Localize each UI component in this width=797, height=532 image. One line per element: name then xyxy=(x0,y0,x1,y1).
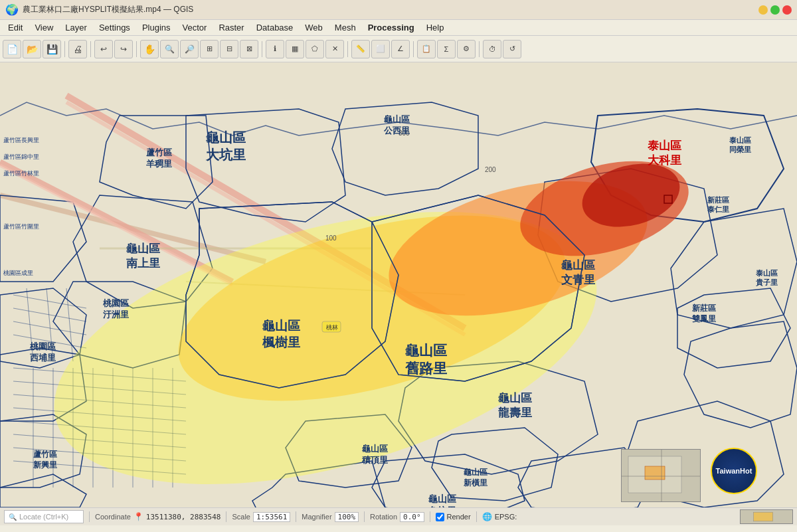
menu-database[interactable]: Database xyxy=(251,21,299,34)
close-button[interactable] xyxy=(782,5,792,15)
window-title: 農工業林口二廠HYSPLIT模擬結果.mp4 — QGIS xyxy=(23,4,193,15)
statusbar: 🔍 Locate (Ctrl+K) Coordinate 📍 13511380,… xyxy=(0,507,797,525)
coordinate-value: 13511380, 2883548 xyxy=(146,513,221,521)
zoom-full-button[interactable]: ⊞ xyxy=(200,40,219,58)
timer-button[interactable]: ⏱ xyxy=(483,40,501,58)
map-svg: 300 200 100 桃林 蘆竹區長興里 蘆竹區錦中里 蘆竹區竹林里 蘆竹區竹… xyxy=(0,62,797,507)
toolbar-separator-1 xyxy=(64,41,65,57)
magnifier-display: Magnifier 100% xyxy=(302,512,359,522)
scale-display: Scale 1:53561 xyxy=(232,512,290,522)
toolbar-separator-7 xyxy=(479,41,480,57)
app-icon: 🌍 xyxy=(5,3,19,16)
svg-text:100: 100 xyxy=(325,234,337,242)
zoom-selection-button[interactable]: ⊠ xyxy=(240,40,258,58)
render-input[interactable] xyxy=(436,513,444,521)
toolbar-separator-2 xyxy=(90,41,91,57)
maximize-button[interactable] xyxy=(770,5,780,15)
status-sep-1 xyxy=(89,511,90,522)
window-controls[interactable] xyxy=(758,5,792,15)
magnifier-label: Magnifier xyxy=(302,513,331,521)
status-sep-3 xyxy=(296,511,296,522)
measure-area-button[interactable]: ⬜ xyxy=(371,40,390,58)
undo-button[interactable]: ↩ xyxy=(94,40,113,58)
menu-edit[interactable]: Edit xyxy=(3,21,28,34)
titlebar: 🌍 農工業林口二廠HYSPLIT模擬結果.mp4 — QGIS xyxy=(0,0,797,20)
attribute-table-button[interactable]: 📋 xyxy=(417,40,436,58)
coordinate-icon: 📍 xyxy=(133,512,143,521)
zoom-layer-button[interactable]: ⊟ xyxy=(220,40,238,58)
rotation-display: Rotation 0.0° xyxy=(370,512,424,522)
menu-layer[interactable]: Layer xyxy=(60,21,92,34)
deselect-button[interactable]: ✕ xyxy=(325,40,344,58)
menu-settings[interactable]: Settings xyxy=(94,21,135,34)
toolbar-separator-4 xyxy=(262,41,262,57)
titlebar-left: 🌍 農工業林口二廠HYSPLIT模擬結果.mp4 — QGIS xyxy=(5,3,193,16)
toolbar-separator-6 xyxy=(413,41,414,57)
coordinate-display: Coordinate 📍 13511380, 2883548 xyxy=(95,512,221,521)
menu-help[interactable]: Help xyxy=(421,21,450,34)
new-project-button[interactable]: 📄 xyxy=(3,40,21,58)
coordinate-label: Coordinate xyxy=(95,513,131,521)
render-checkbox[interactable]: Render xyxy=(436,513,471,521)
menu-view[interactable]: View xyxy=(29,21,58,34)
magnifier-value: 100% xyxy=(335,512,359,522)
epsg-icon: 🌐 xyxy=(482,512,492,521)
menu-plugins[interactable]: Plugins xyxy=(137,21,176,34)
select-polygon-button[interactable]: ⬠ xyxy=(306,40,324,58)
locate-icon: 🔍 xyxy=(9,513,17,521)
redo-button[interactable]: ↪ xyxy=(114,40,133,58)
measure-line-button[interactable]: 📏 xyxy=(351,40,370,58)
watermark: TaiwanHot xyxy=(711,448,757,494)
scale-value: 1:53561 xyxy=(253,512,290,522)
locate-bar[interactable]: 🔍 Locate (Ctrl+K) xyxy=(4,510,84,523)
overview-map xyxy=(621,449,701,502)
layer-properties-button[interactable]: ⚙ xyxy=(457,40,476,58)
identify-button[interactable]: ℹ xyxy=(266,40,284,58)
svg-rect-79 xyxy=(754,512,773,521)
svg-text:蘆竹區錦中里: 蘆竹區錦中里 xyxy=(3,153,39,160)
svg-text:300: 300 xyxy=(398,130,410,137)
menu-vector[interactable]: Vector xyxy=(177,21,213,34)
menu-raster[interactable]: Raster xyxy=(213,21,249,34)
svg-rect-75 xyxy=(645,466,665,480)
mini-map-thumbnail xyxy=(740,509,793,524)
map-container[interactable]: 300 200 100 桃林 蘆竹區長興里 蘆竹區錦中里 蘆竹區竹林里 蘆竹區竹… xyxy=(0,62,797,507)
epsg-label: EPSG: xyxy=(495,513,517,521)
menu-web[interactable]: Web xyxy=(300,21,328,34)
status-sep-6 xyxy=(476,511,477,522)
menu-mesh[interactable]: Mesh xyxy=(329,21,361,34)
status-sep-5 xyxy=(430,511,430,522)
scale-label: Scale xyxy=(232,513,250,521)
minimize-button[interactable] xyxy=(758,5,768,15)
refresh-button[interactable]: ↺ xyxy=(503,40,521,58)
print-button[interactable]: 🖨 xyxy=(68,40,87,58)
watermark-text: TaiwanHot xyxy=(716,467,753,475)
toolbar-separator-5 xyxy=(347,41,348,57)
pan-tool-button[interactable]: ✋ xyxy=(140,40,159,58)
menubar: Edit View Layer Settings Plugins Vector … xyxy=(0,20,797,36)
select-button[interactable]: ▦ xyxy=(286,40,304,58)
measure-angle-button[interactable]: ∠ xyxy=(391,40,410,58)
svg-text:蘆竹區長興里: 蘆竹區長興里 xyxy=(3,137,39,143)
epsg-display: 🌐 EPSG: xyxy=(482,512,517,521)
menu-processing[interactable]: Processing xyxy=(363,21,420,34)
rotation-value: 0.0° xyxy=(400,512,424,522)
zoom-out-button[interactable]: 🔎 xyxy=(180,40,199,58)
open-project-button[interactable]: 📂 xyxy=(23,40,41,58)
toolbar: 📄 📂 💾 🖨 ↩ ↪ ✋ 🔍 🔎 ⊞ ⊟ ⊠ ℹ ▦ ⬠ ✕ 📏 ⬜ ∠ 📋 … xyxy=(0,36,797,62)
rotation-label: Rotation xyxy=(370,513,397,521)
save-project-button[interactable]: 💾 xyxy=(43,40,61,58)
render-label: Render xyxy=(447,513,471,521)
svg-text:蘆竹區竹林里: 蘆竹區竹林里 xyxy=(3,170,39,177)
statistical-summary-button[interactable]: Σ xyxy=(437,40,456,58)
svg-text:桃林: 桃林 xyxy=(326,324,338,331)
status-sep-4 xyxy=(364,511,365,522)
svg-text:蘆竹區竹圍里: 蘆竹區竹圍里 xyxy=(3,223,39,230)
status-sep-2 xyxy=(226,511,226,522)
svg-text:200: 200 xyxy=(485,166,496,173)
locate-label: Locate (Ctrl+K) xyxy=(19,513,68,521)
svg-text:桃園區成里: 桃園區成里 xyxy=(3,270,33,276)
toolbar-separator-3 xyxy=(136,41,137,57)
zoom-in-button[interactable]: 🔍 xyxy=(160,40,179,58)
